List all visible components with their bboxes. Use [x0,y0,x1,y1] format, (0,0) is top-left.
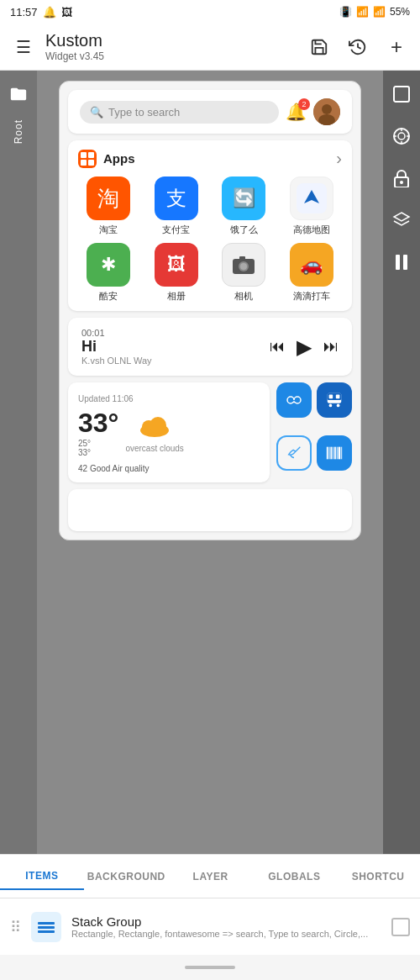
svg-rect-21 [334,446,336,459]
tile-barcode[interactable] [317,435,352,471]
bottom-widgets-row: Updated 11:06 33° 25° 33° [68,382,352,482]
grid-dot [88,160,94,166]
music-info: 00:01 Hi K.vsh OLNL Way [81,328,152,366]
svg-point-10 [150,417,166,434]
app-label-taobao: 淘宝 [99,224,118,236]
layers-button[interactable] [386,205,417,235]
square-button[interactable] [386,79,417,109]
app-label-eleme: 饿了么 [230,224,258,236]
weather-icon-area: overcast clouds [125,412,183,453]
tab-globals[interactable]: GLOBALS [253,864,337,889]
bell-button[interactable]: 🔔 2 [286,102,307,122]
quick-tiles [276,382,352,482]
svg-rect-38 [38,926,55,929]
signal-icon: 📶 [373,6,386,18]
status-left: 11:57 🔔 🖼 [10,6,72,18]
app-item-kuan[interactable]: ✱ 酷安 [78,243,139,303]
app-item-photos[interactable]: 🖼 相册 [146,243,207,303]
app-item-amap[interactable]: 高德地图 [281,177,343,236]
weather-widget: Updated 11:06 33° 25° 33° [68,382,270,482]
menu-icon: ☰ [16,37,31,57]
lock-button[interactable] [386,163,417,193]
root-label: Root [13,119,24,144]
search-field[interactable]: 🔍 Type to search [80,101,279,124]
widget-preview: 🔍 Type to search 🔔 2 [59,81,361,540]
app-icon-alipay: 支 [155,177,198,220]
right-sidebar [383,71,420,854]
play-button[interactable]: ▶ [297,335,312,359]
add-button[interactable]: + [383,34,410,61]
weather-condition: overcast clouds [125,444,183,453]
app-bar-title: Kustom Widget v3.45 [45,31,306,62]
lock-icon [393,169,410,187]
amap-svg [297,183,327,213]
menu-button[interactable]: ☰ [10,34,37,61]
svg-point-1 [322,104,332,114]
svg-rect-37 [38,922,55,925]
apps-header-left: Apps [78,150,135,168]
search-bar-widget: 🔍 Type to search 🔔 2 [68,90,352,134]
apps-grid: 淘 淘宝 支 支付宝 🔄 饿了么 [78,177,342,303]
status-bar: 11:57 🔔 🖼 📳 📶 📶 55% [0,0,420,24]
time-display: 11:57 [10,6,38,18]
pause-icon [394,253,409,271]
tile-bus[interactable] [317,382,352,418]
scroll-indicator [0,955,420,980]
rewind-button[interactable]: ⏮ [270,338,285,356]
cloud-icon [137,412,172,444]
left-sidebar: Root [0,71,37,854]
tile-infinity[interactable] [276,382,312,418]
app-item-taobao[interactable]: 淘 淘宝 [78,177,139,236]
svg-rect-14 [336,395,340,399]
tab-background[interactable]: BACKGROUND [84,864,169,889]
stack-group-icon [37,918,55,936]
tab-shortcuts[interactable]: SHORTCU [336,864,420,889]
weather-range: 25° 33° [78,439,118,457]
tab-items[interactable]: ITEMS [0,863,84,890]
canvas-area: 🔍 Type to search 🔔 2 [37,71,383,854]
music-controls: ⏮ ▶ ⏭ [270,335,339,359]
app-item-camera[interactable]: 相机 [213,243,275,303]
infinity-icon [284,393,304,407]
svg-rect-19 [330,446,332,459]
save-button[interactable] [306,34,333,61]
music-player: 00:01 Hi K.vsh OLNL Way ⏮ ▶ ⏭ [68,318,352,376]
layers-icon [392,211,411,229]
drag-handle[interactable]: ⠿ [10,918,21,936]
svg-point-27 [398,133,405,140]
app-icon-didi: 🚗 [290,243,333,287]
temp-high: 25° [78,439,91,448]
svg-rect-18 [329,446,330,459]
app-icon-taobao: 淘 [87,177,130,220]
weather-temp: 33° [78,408,118,438]
app-icon-eleme: 🔄 [222,177,265,220]
item-title: Stack Group [71,914,381,929]
apps-header: Apps › [78,149,342,168]
app-subtitle: Widget v3.45 [45,50,306,62]
app-item-didi[interactable]: 🚗 滴滴打车 [281,243,343,303]
tab-layer[interactable]: LAYER [169,864,253,889]
svg-rect-22 [337,446,338,459]
user-avatar[interactable] [313,98,340,125]
history-button[interactable] [344,34,371,61]
apps-title: Apps [103,151,135,166]
item-checkbox[interactable] [391,918,410,936]
svg-point-16 [337,404,340,408]
bus-icon [325,391,344,409]
forward-button[interactable]: ⏭ [323,338,339,356]
svg-rect-36 [403,255,407,270]
item-icon-box [31,912,61,942]
app-icon-photos: 🖼 [155,243,198,287]
svg-rect-17 [327,446,328,459]
target-button[interactable] [386,121,417,151]
app-item-alipay[interactable]: 支 支付宝 [146,177,207,236]
app-label-kuan: 酷安 [99,290,118,303]
svg-rect-25 [394,87,409,102]
tile-bird[interactable] [276,435,312,471]
pause-button[interactable] [386,247,417,277]
svg-rect-7 [239,256,245,260]
sidebar-folder-button[interactable] [3,79,34,109]
app-item-eleme[interactable]: 🔄 饿了么 [213,177,275,236]
empty-widget [68,489,352,531]
apps-chevron[interactable]: › [336,149,342,168]
